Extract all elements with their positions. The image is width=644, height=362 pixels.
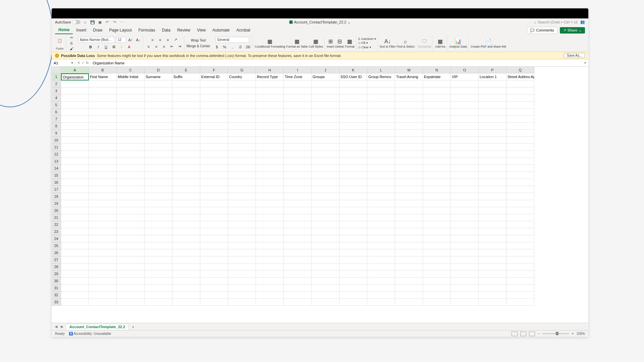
cell[interactable] xyxy=(89,242,117,249)
cell[interactable] xyxy=(89,263,117,270)
cell[interactable]: Street Addres Apt xyxy=(506,73,534,80)
cell[interactable] xyxy=(339,200,367,207)
currency-icon[interactable]: $ xyxy=(214,44,220,50)
cell[interactable] xyxy=(145,144,172,151)
cell[interactable] xyxy=(423,123,451,130)
cell[interactable] xyxy=(200,151,228,158)
cell[interactable] xyxy=(284,186,312,193)
cell[interactable] xyxy=(423,221,451,228)
cell[interactable] xyxy=(423,151,451,158)
cell[interactable] xyxy=(172,214,200,221)
cell[interactable] xyxy=(312,235,339,242)
find-select-button[interactable]: ⌕Find & Select xyxy=(396,38,415,49)
cell[interactable] xyxy=(284,179,312,186)
cell[interactable] xyxy=(339,130,367,137)
cell[interactable] xyxy=(367,165,395,172)
cell[interactable] xyxy=(256,228,284,235)
cell[interactable] xyxy=(423,109,451,116)
cell[interactable] xyxy=(423,299,451,306)
cell[interactable] xyxy=(479,221,506,228)
cell[interactable] xyxy=(200,207,228,214)
cell[interactable] xyxy=(284,123,312,130)
cell[interactable] xyxy=(339,87,367,95)
cell[interactable] xyxy=(367,123,395,130)
cell[interactable] xyxy=(89,102,117,109)
cell[interactable] xyxy=(228,299,256,306)
cell[interactable] xyxy=(284,242,312,249)
cell[interactable] xyxy=(451,235,479,242)
cell[interactable] xyxy=(339,292,367,299)
cell[interactable] xyxy=(367,87,395,95)
zoom-in-button[interactable]: + xyxy=(572,332,574,336)
cell[interactable] xyxy=(312,116,339,123)
cell[interactable] xyxy=(172,80,200,87)
cell[interactable] xyxy=(451,130,479,137)
cell[interactable] xyxy=(479,186,506,193)
cell[interactable] xyxy=(89,158,117,165)
cell[interactable]: Organization xyxy=(61,73,89,80)
cell[interactable] xyxy=(284,256,312,263)
addins-button[interactable]: ▦Add-ins xyxy=(435,38,445,49)
cell[interactable] xyxy=(200,292,228,299)
normal-view-button[interactable] xyxy=(512,331,518,336)
cell[interactable] xyxy=(200,80,228,87)
sheet-nav-next[interactable]: ▶ xyxy=(60,324,64,329)
cell[interactable] xyxy=(89,165,117,172)
increase-indent-icon[interactable]: ⇥ xyxy=(176,44,183,49)
cell[interactable] xyxy=(145,292,172,299)
cell[interactable] xyxy=(228,242,256,249)
cell[interactable] xyxy=(284,228,312,235)
cell[interactable]: First Name xyxy=(89,73,117,80)
cell[interactable] xyxy=(395,221,423,228)
cell[interactable] xyxy=(228,87,256,95)
cell[interactable] xyxy=(145,158,172,165)
cell[interactable] xyxy=(479,130,506,137)
cell[interactable] xyxy=(89,249,117,256)
cell[interactable] xyxy=(423,249,451,256)
cell[interactable] xyxy=(61,87,89,95)
row-header[interactable]: 16 xyxy=(52,179,61,186)
cell[interactable] xyxy=(61,221,89,228)
cell[interactable] xyxy=(172,151,200,158)
cell[interactable] xyxy=(451,137,479,144)
cell[interactable] xyxy=(256,292,284,299)
wrap-text-button[interactable]: Wrap Text xyxy=(191,39,206,42)
cell[interactable] xyxy=(200,278,228,285)
zoom-slider[interactable] xyxy=(542,333,569,334)
number-format-select[interactable]: General xyxy=(216,37,249,43)
zoom-level[interactable]: 150% xyxy=(576,332,585,336)
cell[interactable] xyxy=(145,214,172,221)
cell[interactable] xyxy=(61,263,89,270)
cell[interactable] xyxy=(89,207,117,214)
cell[interactable] xyxy=(284,87,312,95)
cell[interactable] xyxy=(61,137,89,144)
cell[interactable] xyxy=(228,144,256,151)
cell[interactable] xyxy=(479,87,506,95)
cell[interactable] xyxy=(117,186,145,193)
font-name-select[interactable]: Aptos Narrow (Bod… xyxy=(78,37,115,43)
cell[interactable] xyxy=(117,165,145,172)
cell[interactable] xyxy=(61,144,89,151)
cell[interactable] xyxy=(172,242,200,249)
redo-icon[interactable]: ↷ xyxy=(112,19,117,25)
chevron-down-icon[interactable]: ⌄ xyxy=(347,20,351,24)
row-header[interactable]: 23 xyxy=(52,228,61,235)
cell[interactable] xyxy=(200,242,228,249)
cell[interactable] xyxy=(256,179,284,186)
cell[interactable] xyxy=(172,221,200,228)
cell[interactable] xyxy=(339,172,367,179)
cell[interactable] xyxy=(506,123,534,130)
cell[interactable] xyxy=(145,80,172,87)
cell[interactable] xyxy=(367,256,395,263)
tab-data[interactable]: Data xyxy=(159,26,174,34)
cell[interactable] xyxy=(423,270,451,278)
cell[interactable] xyxy=(256,221,284,228)
cell[interactable] xyxy=(423,172,451,179)
cell[interactable] xyxy=(256,200,284,207)
cell[interactable] xyxy=(61,242,89,249)
cell[interactable] xyxy=(339,144,367,151)
cell[interactable] xyxy=(312,249,339,256)
autosum-button[interactable]: Σ AutoSum ▾ xyxy=(358,37,376,41)
cell[interactable] xyxy=(145,200,172,207)
cell[interactable] xyxy=(89,221,117,228)
